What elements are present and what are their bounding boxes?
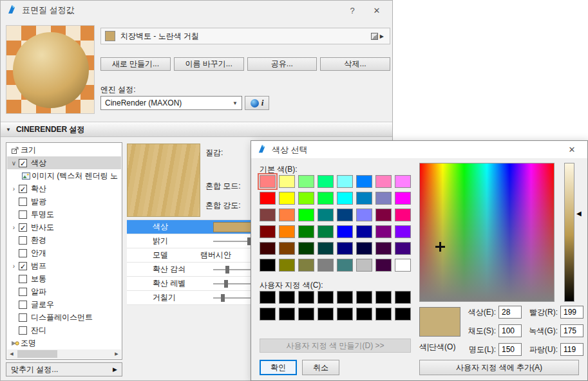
color-swatch[interactable] — [395, 259, 411, 272]
slider-thumb[interactable] — [221, 294, 225, 302]
tree-item-1[interactable]: ∨✓색상 — [7, 156, 121, 169]
blue-input[interactable] — [560, 343, 583, 356]
tree-item-3[interactable]: ›✓확산 — [7, 182, 121, 195]
color-swatch[interactable] — [260, 259, 276, 272]
checkbox-unchecked[interactable] — [19, 326, 27, 335]
color-swatch[interactable] — [337, 209, 353, 221]
tree-item-12[interactable]: 글로우 — [7, 298, 121, 311]
tree-item-7[interactable]: 환경 — [7, 234, 121, 246]
color-swatch[interactable] — [356, 259, 372, 272]
color-swatch[interactable] — [375, 175, 392, 188]
color-swatch[interactable] — [356, 308, 372, 321]
cancel-button[interactable]: 취소 — [302, 360, 339, 375]
property-row-1[interactable]: 밝기 — [127, 234, 252, 248]
color-swatch[interactable] — [375, 291, 392, 304]
color-swatch[interactable] — [279, 259, 295, 272]
close-button[interactable]: ✕ — [367, 6, 386, 15]
checkbox-checked[interactable]: ✓ — [19, 262, 27, 270]
luminance-slider-arrow[interactable]: ◀ — [576, 210, 582, 217]
color-swatch[interactable] — [375, 192, 392, 205]
hue-saturation-field[interactable] — [419, 163, 555, 302]
color-swatch[interactable] — [356, 192, 372, 205]
color-swatch[interactable] — [375, 225, 392, 238]
color-swatch[interactable] — [260, 175, 276, 188]
checkbox-unchecked[interactable] — [19, 288, 27, 296]
tree-item-14[interactable]: 잔디 — [7, 324, 121, 337]
property-row-3[interactable]: 확산 감쇠 — [127, 263, 252, 277]
checkbox-unchecked[interactable] — [19, 210, 27, 219]
color-swatch[interactable] — [298, 175, 314, 188]
tree-item-2[interactable]: 이미지 (텍스처 렌더링 노 — [7, 169, 121, 182]
color-swatch[interactable] — [279, 291, 295, 304]
color-swatch[interactable] — [298, 259, 314, 272]
color-swatch[interactable] — [395, 242, 411, 255]
color-swatch[interactable] — [260, 192, 276, 205]
tree-horizontal-scrollbar[interactable]: ◀ ▶ — [7, 349, 121, 358]
color-swatch[interactable] — [375, 242, 392, 255]
scroll-left-icon[interactable]: ◀ — [7, 351, 16, 357]
share-material-button[interactable]: 공유... — [247, 57, 318, 71]
color-swatch[interactable] — [279, 192, 295, 205]
color-swatch[interactable] — [356, 209, 372, 221]
color-swatch[interactable] — [318, 308, 334, 321]
color-swatch[interactable] — [337, 192, 353, 205]
tree-item-0[interactable]: 크기 — [7, 144, 121, 156]
color-swatch[interactable] — [260, 291, 276, 304]
chevron-right-icon[interactable]: › — [9, 263, 19, 270]
color-swatch[interactable] — [395, 308, 411, 321]
checkbox-checked[interactable]: ✓ — [19, 223, 27, 232]
green-input[interactable] — [560, 324, 583, 337]
hue-input[interactable] — [498, 306, 522, 319]
color-swatch[interactable] — [279, 242, 295, 255]
tree-item-6[interactable]: ›✓반사도 — [7, 221, 121, 234]
color-swatch[interactable] — [375, 259, 392, 272]
match-settings-button[interactable]: 맞추기 설정... ▶ — [6, 362, 122, 376]
color-swatch[interactable] — [298, 308, 314, 321]
engine-info-button[interactable]: i — [245, 96, 269, 110]
color-swatch[interactable] — [318, 225, 334, 238]
color-swatch[interactable] — [298, 209, 314, 221]
color-swatch[interactable] — [337, 242, 353, 255]
color-swatch[interactable] — [375, 209, 392, 221]
checkbox-unchecked[interactable] — [19, 275, 27, 283]
slider-thumb[interactable] — [225, 266, 229, 274]
color-swatch[interactable] — [318, 209, 334, 221]
delete-material-button[interactable]: 삭제... — [320, 57, 390, 71]
color-swatch[interactable] — [298, 291, 314, 304]
color-swatch[interactable] — [279, 175, 295, 188]
material-preview[interactable] — [6, 25, 95, 114]
close-button[interactable]: ✕ — [562, 145, 582, 154]
color-swatch[interactable] — [337, 225, 353, 238]
color-swatch[interactable] — [318, 192, 334, 205]
luminance-input[interactable] — [498, 343, 522, 356]
color-swatch[interactable] — [260, 209, 276, 221]
material-menu-button[interactable]: ▶ — [369, 32, 386, 41]
chevron-right-icon[interactable]: › — [9, 185, 19, 192]
help-button[interactable]: ? — [343, 6, 362, 15]
red-input[interactable] — [560, 306, 583, 319]
cinerender-section-header[interactable]: ▼ CINERENDER 설정 — [1, 122, 392, 137]
checkbox-unchecked[interactable] — [19, 313, 27, 322]
color-swatch[interactable] — [260, 225, 276, 238]
color-swatch[interactable] — [356, 242, 372, 255]
color-swatch[interactable] — [337, 175, 353, 188]
tree-item-11[interactable]: 알파 — [7, 285, 121, 298]
checkbox-unchecked[interactable] — [19, 198, 27, 206]
color-crosshair-icon[interactable] — [435, 242, 445, 252]
color-swatch[interactable] — [298, 242, 314, 255]
color-swatch[interactable] — [375, 308, 392, 321]
color-swatch[interactable] — [395, 175, 411, 188]
color-swatch[interactable] — [356, 291, 372, 304]
color-swatch[interactable] — [298, 225, 314, 238]
add-custom-color-button[interactable]: 사용자 지정 색에 추가(A) — [419, 360, 579, 375]
color-swatch[interactable] — [337, 259, 353, 272]
tree-item-5[interactable]: 투명도 — [7, 208, 121, 221]
color-swatch[interactable] — [356, 175, 372, 188]
property-row-5[interactable]: 거칠기 — [127, 291, 252, 305]
color-swatch[interactable] — [279, 308, 295, 321]
engine-select[interactable]: CineRender (MAXON) ▼ — [100, 96, 242, 110]
color-swatch[interactable] — [318, 291, 334, 304]
checkbox-unchecked[interactable] — [19, 301, 27, 309]
color-swatch[interactable] — [260, 308, 276, 321]
chevron-down-icon[interactable]: ∨ — [9, 160, 19, 167]
